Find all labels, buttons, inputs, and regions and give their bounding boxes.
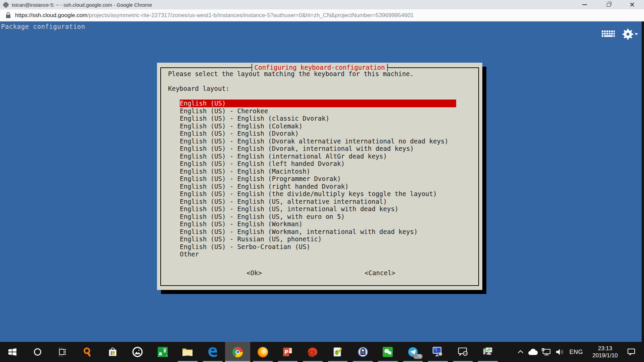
lock-icon[interactable]: [6, 12, 11, 18]
keyboard-icon[interactable]: [601, 30, 615, 39]
list-item[interactable]: English (US) - English (Dvorak): [180, 130, 456, 137]
speaker-icon: [555, 348, 565, 356]
cancel-button[interactable]: <Cancel>: [365, 269, 395, 277]
window-titlebar: txican@instance-5: ~ - ssh.cloud.google.…: [0, 0, 644, 9]
restore-button[interactable]: [597, 0, 621, 9]
url-host: https://ssh.cloud.google.com: [15, 12, 87, 18]
dialog-prompt: Please select the layout matching the ke…: [168, 70, 414, 77]
restore-icon: [607, 3, 610, 7]
telegram-button[interactable]: ..78: [400, 342, 426, 362]
list-item[interactable]: English (US) - English (US, with euro on…: [180, 213, 456, 221]
assist-monitor-icon: [457, 347, 469, 357]
translator-icon: a: [158, 347, 168, 357]
windows-logo-icon: [8, 347, 17, 357]
keyboard-configuration-dialog: ┤Configuring keyboard-configuration├ Ple…: [157, 63, 482, 290]
clock[interactable]: 23:13 2019/1/10: [587, 345, 623, 359]
svg-text:a: a: [159, 351, 162, 357]
wechat-button[interactable]: [375, 342, 400, 362]
list-item[interactable]: English (US) - English (left handed Dvor…: [180, 160, 456, 168]
performance-monitor-button[interactable]: [475, 342, 500, 362]
cpu-chip-favicon: [3, 2, 9, 8]
address-bar[interactable]: https://ssh.cloud.google.com/projects/as…: [0, 9, 644, 21]
tray-expand-button[interactable]: [518, 350, 524, 354]
quick-assist-button[interactable]: [450, 342, 476, 362]
list-item[interactable]: English (US) - English (Dvorak, internat…: [180, 145, 456, 153]
edge-button[interactable]: [200, 342, 225, 362]
translator-app-button[interactable]: a: [150, 342, 175, 362]
list-item[interactable]: English (US) - English (Macintosh): [180, 168, 456, 175]
ok-button[interactable]: <Ok>: [247, 269, 262, 277]
chrome-icon: [232, 347, 243, 357]
gear-icon: [623, 29, 633, 40]
remote-monitor-icon: [432, 347, 443, 357]
terminal-scrollbar[interactable]: [642, 21, 644, 342]
firefox-icon: [258, 347, 268, 357]
chevron-up-icon: [518, 350, 524, 354]
cloud-icon: [528, 349, 538, 355]
list-item[interactable]: English (US) - English (classic Dvorak): [180, 115, 456, 122]
action-center-icon: [627, 348, 635, 356]
list-item[interactable]: English (US) - Serbo-Croatian (US): [180, 243, 456, 251]
window-title: txican@instance-5: ~ - ssh.cloud.google.…: [12, 2, 152, 8]
search-icon: [83, 347, 93, 357]
list-item[interactable]: English (US) - English (US, internationa…: [180, 205, 456, 213]
list-item[interactable]: English (US) - English (Workman): [180, 220, 456, 228]
start-button[interactable]: [0, 342, 25, 362]
tray-date: 2019/1/10: [592, 352, 618, 359]
file-explorer-button[interactable]: [175, 342, 200, 362]
close-button[interactable]: ✕: [620, 0, 644, 9]
network-tray-button[interactable]: [542, 348, 551, 356]
network-icon: [542, 348, 551, 356]
list-item[interactable]: English (US): [180, 100, 456, 107]
url-text: https://ssh.cloud.google.com/projects/as…: [15, 12, 414, 19]
microsoft-store-button[interactable]: [100, 342, 125, 362]
language-indicator[interactable]: ENG: [569, 349, 583, 356]
powerpoint-button[interactable]: P: [275, 342, 301, 362]
wechat-icon: [383, 347, 393, 357]
list-item[interactable]: English (US) - Cherokee: [180, 107, 456, 115]
list-item[interactable]: English (US) - English (Programmer Dvora…: [180, 175, 456, 183]
keepass-button[interactable]: [350, 342, 375, 362]
terminal-header: Package configuration: [1, 23, 85, 30]
cortana-icon: [34, 348, 41, 356]
cortana-button[interactable]: [25, 342, 50, 362]
list-item[interactable]: English (US) - English (the divide/multi…: [180, 190, 456, 198]
keyboard-layout-label: Keyboard layout:: [168, 85, 229, 92]
list-item[interactable]: English (US) - English (Workman, interna…: [180, 228, 456, 236]
keepass-lock-icon: [358, 347, 368, 357]
powerpoint-icon: P: [283, 347, 293, 357]
action-center-button[interactable]: [627, 348, 635, 356]
list-item[interactable]: English (US) - English (US, alternative …: [180, 198, 456, 205]
telegram-badge: ..78: [413, 354, 423, 359]
settings-menu[interactable]: [623, 29, 638, 40]
chevron-down-icon: [635, 33, 638, 35]
notepad-plus-plus-icon: [333, 347, 343, 357]
folder-icon: [182, 347, 193, 357]
list-item[interactable]: English (US) - English (right handed Dvo…: [180, 183, 456, 190]
remote-desktop-app-button[interactable]: [425, 342, 450, 362]
task-view-button[interactable]: [50, 342, 75, 362]
dialog-border-box: ┤Configuring keyboard-configuration├ Ple…: [160, 67, 479, 286]
list-item[interactable]: English (US) - English (Colemak): [180, 122, 456, 130]
tray-time: 23:13: [592, 345, 618, 352]
list-item[interactable]: English (US) - Russian (US, phonetic): [180, 235, 456, 243]
photos-app-button[interactable]: [125, 342, 150, 362]
list-item[interactable]: Other: [180, 250, 456, 258]
list-item[interactable]: English (US) - English (Dvorak alternati…: [180, 137, 456, 145]
edge-icon: [207, 346, 218, 358]
volume-tray-button[interactable]: [555, 348, 565, 356]
search-app-button[interactable]: [75, 342, 100, 362]
store-icon: [108, 347, 117, 357]
performance-monitor-icon: [482, 347, 494, 357]
ssh-terminal: Package configuration: [0, 21, 644, 342]
notepad-plus-plus-button[interactable]: [325, 342, 351, 362]
photos-icon: [132, 347, 143, 357]
snail-shell-app-button[interactable]: [300, 342, 325, 362]
snail-shell-icon: [307, 347, 318, 357]
chrome-button[interactable]: [225, 342, 250, 362]
onedrive-tray-button[interactable]: [528, 349, 538, 355]
firefox-button[interactable]: [250, 342, 275, 362]
minimize-button[interactable]: [573, 0, 597, 9]
list-item[interactable]: English (US) - English (international Al…: [180, 153, 456, 160]
close-icon: ✕: [629, 1, 635, 8]
